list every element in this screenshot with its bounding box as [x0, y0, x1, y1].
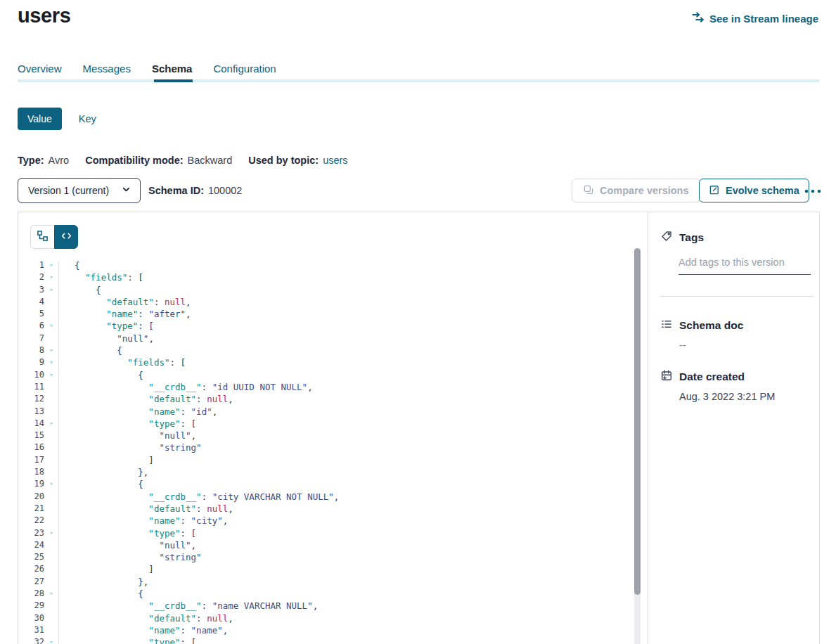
- code-text: {: [58, 344, 122, 356]
- code-view-icon: [60, 230, 72, 244]
- code-line: 4 "default": null,: [18, 296, 630, 308]
- fold-toggle-icon[interactable]: ▾: [44, 344, 58, 356]
- fold-toggle-icon[interactable]: ▾: [44, 636, 58, 644]
- line-number: 27: [18, 576, 44, 588]
- date-created-header: Date created: [660, 369, 807, 385]
- key-tab-button[interactable]: Key: [79, 113, 96, 124]
- tab-underline-track: [18, 79, 819, 82]
- fold-spacer: [44, 612, 58, 624]
- code-lines: 1▾{2▾ "fields": [3▾ {4 "default": null,5…: [18, 259, 630, 644]
- fold-spacer: [44, 333, 58, 344]
- fold-spacer: [44, 551, 58, 563]
- code-view-button[interactable]: [54, 225, 78, 249]
- evolve-schema-button[interactable]: Evolve schema: [699, 179, 809, 202]
- line-number: 11: [18, 381, 44, 393]
- code-text: "null",: [58, 539, 196, 551]
- code-text: {: [58, 259, 80, 271]
- fold-toggle-icon[interactable]: ▾: [44, 271, 58, 283]
- fold-spacer: [44, 563, 58, 575]
- code-line: 31 "name": "name",: [18, 624, 630, 636]
- line-number: 5: [18, 308, 44, 320]
- stream-lineage-link[interactable]: See in Stream lineage: [691, 11, 818, 26]
- line-number: 16: [18, 442, 44, 453]
- code-line: 16 "string": [18, 442, 630, 453]
- line-number: 8: [18, 344, 44, 356]
- calendar-plus-icon: [660, 369, 673, 385]
- code-text: },: [58, 576, 148, 588]
- code-line: 11 "__crdb__": "id UUID NOT NULL",: [18, 381, 630, 393]
- tab-configuration[interactable]: Configuration: [213, 63, 276, 75]
- fold-toggle-icon[interactable]: ▾: [44, 588, 58, 600]
- line-number: 32: [18, 636, 44, 644]
- tag-icon: [660, 230, 673, 245]
- date-created-title: Date created: [679, 371, 745, 383]
- schema-doc-header: Schema doc: [660, 318, 807, 333]
- line-number: 20: [18, 491, 44, 503]
- tab-overview[interactable]: Overview: [18, 63, 62, 75]
- version-select-value: Version 1 (current): [28, 185, 109, 196]
- fold-spacer: [44, 624, 58, 636]
- fold-spacer: [44, 466, 58, 478]
- code-text: "default": null,: [58, 503, 233, 515]
- line-number: 22: [18, 515, 44, 527]
- fold-toggle-icon[interactable]: ▾: [44, 369, 58, 381]
- fold-toggle-icon[interactable]: ▾: [44, 284, 58, 296]
- fold-spacer: [44, 491, 58, 503]
- version-select[interactable]: Version 1 (current): [18, 178, 141, 203]
- fold-toggle-icon[interactable]: ▾: [44, 320, 58, 332]
- value-key-toggle: Value Key: [18, 108, 96, 130]
- fold-spacer: [44, 381, 58, 393]
- tab-schema[interactable]: Schema: [152, 63, 193, 75]
- code-line: 2▾ "fields": [: [18, 271, 630, 283]
- more-actions-button[interactable]: [804, 184, 822, 197]
- code-text: "type": [: [58, 320, 154, 332]
- schema-sidebar: Tags Schema doc -- Date created Aug. 3 2…: [649, 212, 819, 644]
- code-line: 1▾{: [18, 259, 630, 271]
- line-number: 30: [18, 612, 44, 624]
- code-text: "string": [58, 551, 202, 563]
- fold-toggle-icon[interactable]: ▾: [44, 478, 58, 490]
- fold-spacer: [44, 296, 58, 308]
- code-text: "__crdb__": "city VARCHAR NOT NULL",: [58, 491, 339, 503]
- schema-meta-row: Type: Avro Compatibility mode: Backward …: [18, 155, 348, 166]
- code-line: 28▾ {: [18, 588, 630, 600]
- code-line: 5 "name": "after",: [18, 308, 630, 320]
- code-line: 13 "name": "id",: [18, 406, 630, 418]
- fold-spacer: [44, 539, 58, 551]
- view-mode-toggle: [30, 225, 78, 249]
- code-text: "name": "id",: [58, 406, 217, 418]
- stream-lineage-label: See in Stream lineage: [709, 13, 818, 25]
- sidebar-divider: [660, 296, 814, 297]
- code-text: {: [58, 588, 143, 600]
- line-number: 4: [18, 296, 44, 308]
- topic-link[interactable]: users: [323, 155, 347, 166]
- fold-toggle-icon[interactable]: ▾: [44, 259, 58, 271]
- schema-page: users See in Stream lineage Overview Mes…: [0, 0, 836, 644]
- editor-scrollbar[interactable]: [634, 248, 641, 644]
- code-text: {: [58, 478, 143, 490]
- tags-input[interactable]: [679, 254, 811, 275]
- line-number: 14: [18, 418, 44, 430]
- line-number: 10: [18, 369, 44, 381]
- value-tab-button[interactable]: Value: [18, 108, 62, 130]
- code-text: "null",: [58, 333, 154, 344]
- tree-view-button[interactable]: [30, 225, 54, 249]
- code-line: 9▾ "fields": [: [18, 356, 630, 368]
- code-line: 26 ]: [18, 563, 630, 575]
- tab-messages[interactable]: Messages: [83, 63, 131, 75]
- stream-lineage-icon: [691, 11, 705, 26]
- fold-toggle-icon[interactable]: ▾: [44, 418, 58, 430]
- fold-spacer: [44, 576, 58, 588]
- line-number: 18: [18, 466, 44, 478]
- code-line: 3▾ {: [18, 284, 630, 296]
- fold-toggle-icon[interactable]: ▾: [44, 356, 58, 368]
- code-line: 8▾ {: [18, 344, 630, 356]
- line-number: 31: [18, 624, 44, 636]
- scrollbar-thumb[interactable]: [634, 248, 641, 595]
- code-line: 27 },: [18, 576, 630, 588]
- tab-active-underline: [154, 79, 193, 82]
- compare-versions-button[interactable]: Compare versions: [572, 179, 700, 202]
- code-text: {: [58, 284, 101, 296]
- version-toolbar: Version 1 (current) Schema ID: 100002 Co…: [0, 178, 836, 203]
- fold-toggle-icon[interactable]: ▾: [44, 527, 58, 539]
